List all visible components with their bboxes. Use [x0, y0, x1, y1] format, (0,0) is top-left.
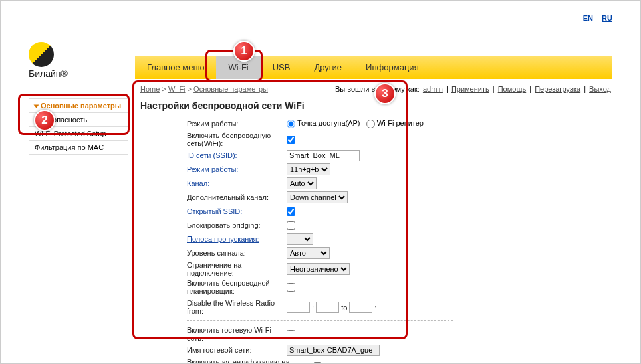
page-title: Настройки беспроводной сети WiFi — [140, 100, 607, 111]
bc-wifi[interactable]: Wi-Fi — [168, 85, 186, 93]
label-portal-auth: Включить аутентификацию на Портале: — [140, 358, 313, 364]
input-time-to-h[interactable] — [349, 302, 372, 313]
sidebar-item-label: Фильтрация по MAC — [35, 143, 104, 151]
userbar-logout[interactable]: Выход — [589, 85, 611, 93]
checkbox-block-bridging[interactable] — [287, 221, 295, 230]
select-channel[interactable]: Auto — [287, 177, 317, 189]
user-bar: Вы вошли в систему как: admin | Применит… — [335, 85, 612, 93]
userbar-help[interactable]: Помощь — [498, 85, 527, 93]
sidebar-item-macfilter[interactable]: Фильтрация по MAC — [29, 141, 128, 155]
sidebar-item-wps[interactable]: Wi-Fi Protected Setup — [29, 127, 128, 141]
select-conn-limit[interactable]: Неограничено — [287, 263, 350, 275]
checkbox-guest-enable[interactable] — [287, 330, 295, 339]
userbar-user[interactable]: admin — [423, 85, 443, 93]
main-nav: Главное меню Wi-Fi USB Другие Информация — [135, 56, 612, 79]
label-to: to — [341, 303, 347, 311]
label-open-ssid[interactable]: Открытый SSID: — [140, 207, 287, 215]
chevron-icon — [35, 118, 38, 123]
sidebar-item-label: Wi-Fi Protected Setup — [35, 130, 106, 137]
chevron-icon — [34, 105, 39, 108]
sidebar-item-label: Безопасность — [41, 116, 87, 124]
logo: Билайн® — [29, 42, 68, 79]
sidebar-item-label: Основные параметры — [41, 102, 121, 110]
label-guest-enable: Включить гостевую Wi-Fi-сеть: — [140, 326, 287, 342]
logo-icon — [29, 42, 54, 67]
userbar-prefix: Вы вошли в систему как: — [335, 85, 420, 93]
select-signal[interactable]: Авто — [287, 247, 330, 259]
label-enable-wifi: Включить беспроводную сеть(WiFi): — [140, 132, 287, 147]
nav-usb[interactable]: USB — [261, 56, 303, 79]
label-signal: Уровень сигнала: — [140, 249, 287, 257]
label-block-bridging: Блокировать bridging: — [140, 221, 287, 229]
input-guest-name[interactable] — [287, 345, 380, 356]
sidebar-item-security[interactable]: Безопасность — [29, 113, 128, 127]
nav-info[interactable]: Информация — [354, 56, 431, 79]
radio-repeater[interactable] — [366, 120, 375, 128]
bc-home[interactable]: Home — [140, 85, 160, 93]
checkbox-open-ssid[interactable] — [287, 207, 295, 216]
bc-current[interactable]: Основные параметры — [193, 85, 268, 93]
divider — [187, 320, 453, 321]
label-mode: Режим работы: — [140, 120, 287, 128]
checkbox-scheduler[interactable] — [287, 283, 295, 292]
language-bar: EN RU — [577, 14, 612, 22]
lang-en[interactable]: EN — [583, 14, 593, 22]
label-guest-name: Имя гостевой сети: — [140, 346, 287, 354]
input-time-from-h[interactable] — [287, 302, 310, 313]
select-wmode[interactable]: 11n+g+b — [287, 163, 330, 175]
select-bandwidth[interactable] — [287, 233, 313, 245]
userbar-reboot[interactable]: Перезагрузка — [535, 85, 580, 93]
input-time-from-m[interactable] — [316, 302, 339, 313]
sidebar: Основные параметры Безопасность Wi-Fi Pr… — [29, 98, 128, 155]
nav-other[interactable]: Другие — [302, 56, 354, 79]
label-wmode[interactable]: Режим работы: — [140, 165, 287, 173]
input-ssid[interactable] — [287, 150, 360, 161]
label-ext-channel: Дополнительный канал: — [140, 193, 287, 201]
radio-ap-label: Точка доступа(AP) — [297, 119, 360, 127]
radio-ap[interactable] — [287, 120, 295, 128]
label-conn-limit: Ограничение на подключение: — [140, 261, 287, 277]
breadcrumb: Home > Wi-Fi > Основные параметры — [140, 85, 268, 93]
label-disable-radio: Disable the Wireless Radio from: — [140, 299, 287, 315]
nav-wifi[interactable]: Wi-Fi — [216, 56, 260, 79]
sidebar-item-basic[interactable]: Основные параметры — [29, 98, 128, 113]
logo-text: Билайн® — [29, 68, 68, 79]
radio-repeater-label: Wi-Fi репитер — [377, 119, 424, 127]
nav-main[interactable]: Главное меню — [135, 56, 216, 79]
checkbox-enable-wifi[interactable] — [287, 136, 295, 144]
userbar-apply[interactable]: Применить — [451, 85, 489, 93]
label-ssid[interactable]: ID сети (SSID): — [140, 151, 287, 159]
label-channel[interactable]: Канал: — [140, 179, 287, 187]
label-bandwidth[interactable]: Полоса пропускания: — [140, 235, 287, 243]
lang-ru[interactable]: RU — [602, 14, 612, 22]
content: Настройки беспроводной сети WiFi Режим р… — [135, 95, 612, 347]
select-ext-channel[interactable]: Down channel — [287, 191, 348, 203]
label-scheduler: Включить беспроводной планировщик: — [140, 279, 287, 295]
